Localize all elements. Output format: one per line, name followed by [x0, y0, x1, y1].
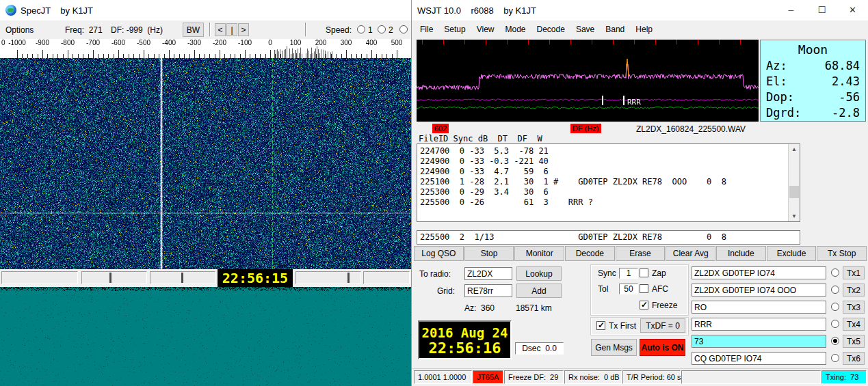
tx6-radio[interactable] — [831, 354, 839, 362]
tx5-message-input[interactable] — [692, 335, 826, 348]
tx3-message-input[interactable] — [692, 301, 826, 314]
spectrum-display[interactable] — [417, 40, 759, 122]
menu-file[interactable]: File — [415, 22, 438, 37]
tx6-message-input[interactable] — [692, 352, 826, 365]
tx4-button[interactable]: Tx4 — [843, 318, 865, 331]
moon-dgrd-value: -2.8 — [832, 105, 860, 121]
monitor-button[interactable]: Monitor — [514, 246, 564, 261]
dsec-field[interactable]: Dsec 0.0 — [515, 342, 564, 355]
menu-mode[interactable]: Mode — [500, 22, 531, 37]
log-qso-button[interactable]: Log QSO — [414, 246, 464, 261]
tx5-button[interactable]: Tx5 — [843, 335, 865, 348]
gen-msgs-button[interactable]: Gen Msgs — [591, 339, 637, 356]
specjt-titlebar[interactable]: SpecJT by K1JT — [0, 0, 411, 20]
wsjt-statusbar: 1.0001 1.0000 JT65A Freeze DF: 29 Rx noi… — [412, 368, 868, 386]
moon-az-label: Az: — [766, 58, 787, 74]
sync-label: Sync — [598, 268, 616, 278]
tx4-radio[interactable] — [831, 320, 839, 328]
scroll-thumb[interactable] — [347, 273, 350, 283]
to-radio-input[interactable] — [464, 267, 512, 280]
nav-left-button[interactable]: < — [215, 23, 226, 36]
lcd-date: 2016 Aug 24 — [419, 325, 510, 340]
tx1-message-input[interactable] — [692, 266, 826, 279]
scroll-segment[interactable] — [295, 271, 361, 284]
wsjt-window: WSJT 10.0 r6088 by K1JT ─ ☐ ✕ File Setup… — [411, 0, 868, 386]
decode-button[interactable]: Decode — [565, 246, 615, 261]
scroll-segment[interactable] — [150, 271, 215, 284]
speed-3-radio[interactable] — [399, 25, 408, 33]
zap-checkbox[interactable] — [640, 268, 648, 277]
close-icon[interactable]: ✕ — [837, 0, 868, 20]
nav-mid-button[interactable]: | — [226, 23, 237, 36]
nav-right-button[interactable]: > — [238, 23, 249, 36]
mode-status-badge: JT65A — [473, 370, 503, 384]
freeze-checkbox[interactable] — [640, 301, 648, 309]
lookup-button[interactable]: Lookup — [516, 266, 562, 281]
erase-button[interactable]: Erase — [616, 246, 666, 261]
scroll-thumb[interactable] — [181, 273, 183, 283]
txing-status-badge: Txing: 73 — [821, 370, 867, 384]
freq-readout: Freq: 271 — [65, 25, 103, 35]
scroll-segment[interactable] — [363, 271, 410, 284]
tx2-radio[interactable] — [831, 286, 839, 294]
average-decode-row: 225500 2 1/13 GD0TEP ZL2DX RE78 0 8 — [417, 231, 800, 243]
options-menu[interactable]: Options — [5, 25, 34, 35]
grid-label: Grid: — [437, 286, 455, 296]
menu-view[interactable]: View — [471, 22, 500, 37]
auto-button[interactable]: Auto is ON — [640, 339, 685, 356]
add-button[interactable]: Add — [516, 284, 562, 298]
speed-2-radio[interactable] — [378, 25, 386, 33]
grid-input[interactable] — [464, 284, 512, 297]
command-button-row: Log QSO Stop Monitor Decode Erase Clear … — [414, 246, 867, 261]
ruler-label: -1000 — [8, 39, 26, 46]
menu-setup[interactable]: Setup — [438, 22, 471, 37]
afc-label: AFC — [652, 284, 668, 294]
scroll-segment[interactable] — [81, 271, 147, 284]
txdf-button[interactable]: TxDF = 0 — [640, 318, 685, 333]
tx2-button[interactable]: Tx2 — [843, 284, 865, 297]
average-decode-area[interactable]: 225500 2 1/13 GD0TEP ZL2DX RE78 0 8 — [417, 230, 800, 245]
scroll-down-icon[interactable]: ▼ — [789, 211, 800, 221]
stop-button[interactable]: Stop — [464, 246, 514, 261]
menu-save[interactable]: Save — [570, 22, 600, 37]
jt65-sync-waterfall[interactable] — [0, 287, 411, 386]
decode-scrollbar[interactable]: ▲ ▼ — [788, 144, 800, 221]
tx1-radio[interactable] — [831, 268, 839, 277]
tx-stop-button[interactable]: Tx Stop — [817, 246, 867, 261]
exclude-button[interactable]: Exclude — [767, 246, 817, 261]
ruler-label: -100 — [238, 39, 252, 46]
scroll-up-icon[interactable]: ▲ — [789, 144, 800, 154]
moon-az-value: 68.84 — [825, 58, 860, 74]
scrollbar-thumb[interactable] — [789, 186, 799, 198]
afc-checkbox[interactable] — [640, 284, 648, 293]
tx5-radio[interactable] — [831, 337, 839, 345]
decode-text-area[interactable]: 224700 0 -33 5.3 -78 21 224900 0 -33 -0.… — [417, 143, 800, 222]
waterfall-display[interactable] — [0, 58, 411, 269]
tx4-message-input[interactable] — [692, 318, 826, 331]
moon-panel: Moon Az:68.84 El:2.43 Dop:-56 Dgrd:-2.8 — [760, 40, 866, 122]
menu-band[interactable]: Band — [600, 22, 630, 37]
df-axis-tag: DF (Hz) — [570, 124, 601, 133]
moon-title: Moon — [766, 42, 860, 58]
scroll-segment[interactable] — [1, 271, 78, 284]
decode-row: 224900 0 -33 -0.3 -221 40 — [417, 156, 800, 167]
tol-value-field[interactable]: 50 — [619, 284, 638, 294]
scroll-thumb[interactable] — [109, 273, 111, 283]
tx3-button[interactable]: Tx3 — [843, 301, 865, 314]
sync-value-field[interactable]: 1 — [619, 268, 638, 279]
bw-button[interactable]: BW — [183, 23, 204, 37]
tx1-button[interactable]: Tx1 — [843, 266, 865, 279]
menu-decode[interactable]: Decode — [531, 22, 570, 37]
include-button[interactable]: Include — [716, 246, 766, 261]
speed-1-radio[interactable] — [357, 25, 365, 33]
menu-help[interactable]: Help — [630, 22, 658, 37]
ruler-label: -900 — [36, 39, 49, 46]
wsjt-titlebar[interactable]: WSJT 10.0 r6088 by K1JT ─ ☐ ✕ — [412, 0, 868, 20]
minimize-icon[interactable]: ─ — [776, 0, 806, 20]
maximize-icon[interactable]: ☐ — [806, 0, 837, 20]
tx6-button[interactable]: Tx6 — [843, 352, 865, 365]
tx2-message-input[interactable] — [692, 284, 826, 297]
tx-first-checkbox[interactable] — [596, 321, 605, 330]
clear-avg-button[interactable]: Clear Avg — [666, 246, 715, 261]
tx3-radio[interactable] — [831, 303, 839, 311]
